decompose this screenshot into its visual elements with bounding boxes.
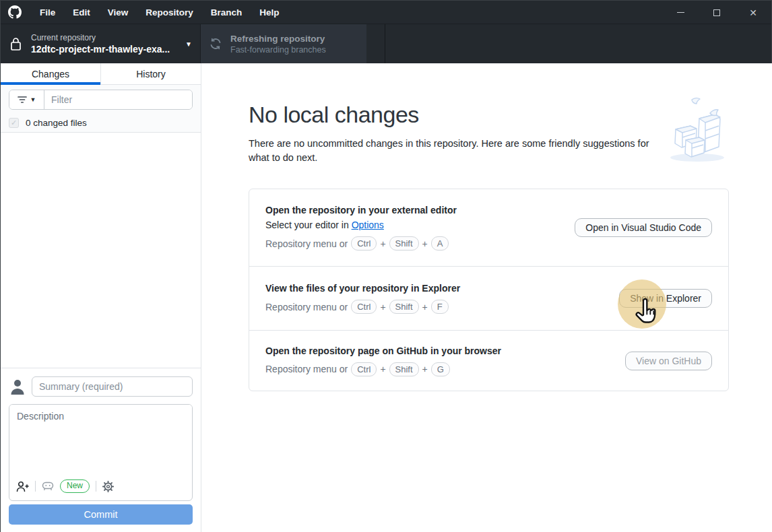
summary-row [9, 376, 193, 397]
status-text: Refreshing repository Fast-forwarding br… [230, 34, 326, 55]
tab-history[interactable]: History [100, 63, 201, 84]
gear-icon[interactable] [102, 481, 114, 492]
kbd-shift: Shift [389, 300, 419, 314]
view-on-github-button[interactable]: View on GitHub [625, 352, 712, 370]
changed-files-row: ✓ 0 changed files [1, 114, 201, 133]
shortcut-line: Repository menu or Ctrl + Shift + A [265, 236, 575, 251]
shortcut-line: Repository menu or Ctrl + Shift + F [265, 300, 619, 314]
commit-summary-input[interactable] [32, 376, 193, 397]
status-title: Refreshing repository [230, 34, 326, 44]
plus-sign: + [380, 238, 385, 249]
paper-stack-illustration [668, 97, 730, 163]
select-all-checkbox[interactable]: ✓ [9, 118, 19, 128]
close-button[interactable]: ✕ [735, 1, 771, 24]
menu-repository[interactable]: Repository [137, 1, 202, 24]
show-in-explorer-button[interactable]: Show in Explorer [619, 289, 712, 308]
kbd-shift: Shift [389, 236, 419, 251]
menu-branch[interactable]: Branch [202, 1, 251, 24]
copilot-icon[interactable] [42, 481, 54, 491]
github-logo-icon [8, 5, 22, 19]
kbd-ctrl: Ctrl [351, 362, 377, 376]
description-box: New [9, 404, 193, 501]
kbd-ctrl: Ctrl [351, 300, 377, 314]
line2-prefix: Select your editor in [265, 220, 349, 230]
sync-icon [209, 37, 222, 51]
window-controls: ✕ [662, 1, 771, 24]
github-desktop-window: File Edit View Repository Branch Help ✕ … [0, 0, 772, 532]
lock-icon [10, 36, 22, 51]
avatar-icon [9, 378, 26, 395]
sidebar-tabs: Changes History [1, 63, 201, 85]
changed-files-list[interactable] [1, 133, 201, 368]
filter-funnel-icon [18, 96, 27, 104]
menu-file[interactable]: File [31, 1, 64, 24]
action-view-github: Open the repository page on GitHub in yo… [249, 330, 728, 391]
minimize-icon [677, 12, 684, 13]
shortcut-line: Repository menu or Ctrl + Shift + G [265, 362, 625, 376]
repo-text: Current repository 12dtc-project-mr-thaw… [31, 33, 181, 55]
chevron-down-icon: ▼ [185, 40, 192, 48]
refreshing-status-button[interactable]: Refreshing repository Fast-forwarding br… [201, 24, 366, 63]
action-text: Open the repository page on GitHub in yo… [265, 345, 625, 376]
suggested-actions: Open the repository in your external edi… [249, 189, 729, 391]
tab-changes[interactable]: Changes [1, 63, 100, 84]
minimize-button[interactable] [662, 1, 699, 24]
action-text: Open the repository in your external edi… [265, 205, 575, 251]
add-coauthor-icon[interactable] [16, 481, 29, 492]
filter-group: ▼ [9, 90, 193, 110]
shortcut-prefix: Repository menu or [265, 302, 348, 312]
commit-button[interactable]: Commit [9, 504, 193, 525]
action-text: View the files of your repository in Exp… [265, 283, 619, 314]
plus-sign: + [422, 302, 428, 312]
current-repository-button[interactable]: Current repository 12dtc-project-mr-thaw… [1, 24, 201, 63]
maximize-icon [713, 9, 720, 16]
divider [35, 481, 36, 492]
status-subtitle: Fast-forwarding branches [230, 45, 326, 55]
action-open-editor: Open the repository in your external edi… [249, 189, 728, 266]
filter-input[interactable] [44, 90, 192, 109]
action-title: Open the repository in your external edi… [265, 205, 575, 215]
action-show-explorer: View the files of your repository in Exp… [249, 266, 728, 330]
options-link[interactable]: Options [352, 220, 384, 230]
changes-sidebar: Changes History ▼ ✓ 0 changed files [1, 63, 201, 532]
kbd-g: G [431, 362, 450, 376]
current-repository-name: 12dtc-project-mr-thawley-exa... [31, 44, 181, 55]
new-badge: New [60, 479, 90, 492]
shortcut-prefix: Repository menu or [265, 238, 348, 249]
menu-bar: File Edit View Repository Branch Help ✕ [1, 1, 771, 24]
filter-options-button[interactable]: ▼ [9, 90, 44, 109]
description-toolbar: New [9, 477, 192, 500]
action-title: Open the repository page on GitHub in yo… [265, 345, 625, 356]
plus-sign: + [380, 364, 385, 374]
menu-edit[interactable]: Edit [64, 1, 99, 24]
kbd-shift: Shift [389, 362, 419, 376]
page-subtitle: There are no uncommitted changes in this… [249, 137, 649, 165]
menu-help[interactable]: Help [251, 1, 288, 24]
kbd-f: F [431, 300, 449, 314]
plus-sign: + [380, 302, 385, 312]
page-title: No local changes [249, 102, 419, 128]
filter-row: ▼ [1, 85, 201, 114]
kbd-a: A [431, 236, 449, 251]
shortcut-prefix: Repository menu or [265, 364, 348, 374]
kbd-ctrl: Ctrl [351, 236, 377, 251]
current-repository-label: Current repository [31, 33, 181, 42]
toolbar-separator [385, 24, 385, 63]
action-line2: Select your editor in Options [265, 220, 575, 230]
divider [96, 481, 96, 492]
main-content: No local changes There are no uncommitte… [201, 63, 772, 532]
plus-sign: + [422, 364, 428, 374]
maximize-button[interactable] [699, 1, 735, 24]
filter-caret-icon: ▼ [30, 96, 36, 103]
changed-files-count: 0 changed files [26, 118, 87, 128]
plus-sign: + [422, 238, 428, 249]
open-in-vscode-button[interactable]: Open in Visual Studio Code [575, 218, 712, 237]
toolbar: Current repository 12dtc-project-mr-thaw… [1, 24, 771, 63]
commit-description-input[interactable] [9, 405, 192, 477]
menu-view[interactable]: View [99, 1, 137, 24]
close-icon: ✕ [749, 8, 757, 18]
commit-panel: New Commit [1, 368, 201, 532]
action-title: View the files of your repository in Exp… [265, 283, 619, 294]
